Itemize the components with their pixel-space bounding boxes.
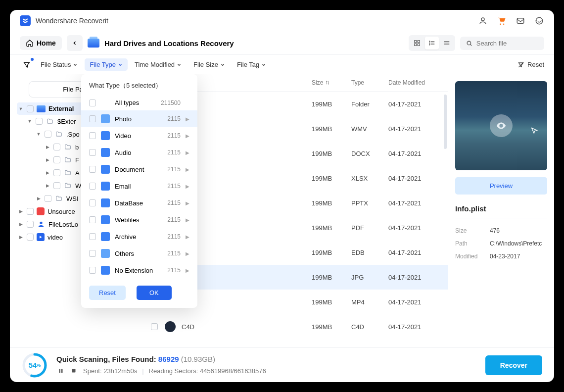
grid-view-button[interactable] bbox=[410, 37, 424, 49]
checkbox[interactable] bbox=[89, 166, 96, 173]
checkbox[interactable] bbox=[45, 131, 51, 138]
svg-point-13 bbox=[429, 43, 430, 43]
mail-icon[interactable] bbox=[516, 16, 525, 26]
checkbox[interactable] bbox=[45, 195, 51, 202]
type-option[interactable]: All types211500 bbox=[81, 95, 197, 110]
pause-button[interactable] bbox=[56, 366, 65, 375]
user-icon[interactable] bbox=[478, 16, 488, 26]
scrollbar[interactable] bbox=[444, 95, 447, 149]
checkbox[interactable] bbox=[27, 234, 34, 241]
checkbox[interactable] bbox=[89, 115, 96, 122]
type-option[interactable]: Webfiles2115▶ bbox=[81, 211, 197, 228]
checkbox[interactable] bbox=[36, 118, 43, 125]
type-option[interactable]: Document2115▶ bbox=[81, 161, 197, 178]
table-row[interactable]: C4D199MBC4D04-17-2021 bbox=[141, 314, 448, 339]
svg-point-1 bbox=[500, 23, 501, 24]
checkbox[interactable] bbox=[89, 149, 96, 156]
chevron-right-icon[interactable]: ▶ bbox=[45, 145, 50, 149]
search-input[interactable] bbox=[476, 40, 538, 47]
type-icon bbox=[101, 114, 110, 123]
type-option[interactable]: Video2115▶ bbox=[81, 127, 197, 144]
back-button[interactable] bbox=[67, 35, 83, 51]
chevron-right-icon[interactable]: ▶ bbox=[36, 196, 42, 201]
chevron-right-icon[interactable]: ▶ bbox=[45, 170, 50, 175]
col-type[interactable]: Type bbox=[351, 79, 388, 86]
warning-icon bbox=[37, 207, 45, 215]
chevron-down-icon[interactable]: ▼ bbox=[27, 119, 33, 124]
reset-filters-button[interactable]: Reset bbox=[517, 61, 544, 68]
preview-thumbnail[interactable] bbox=[455, 81, 547, 170]
col-date[interactable]: Date Modified bbox=[388, 79, 438, 86]
stop-button[interactable] bbox=[69, 366, 78, 375]
filter-file-size[interactable]: File Size bbox=[188, 58, 230, 71]
app-window: Wondershare Recoverit Home Hard Drives a… bbox=[10, 10, 554, 382]
checkbox[interactable] bbox=[27, 105, 34, 112]
type-label: Audio bbox=[115, 149, 162, 156]
footer: 54% Quick Scaning, Files Found: 86929 (1… bbox=[10, 347, 554, 382]
checkbox[interactable] bbox=[53, 156, 60, 163]
hdd-icon bbox=[37, 105, 46, 112]
type-option[interactable]: Archive2115▶ bbox=[81, 228, 197, 245]
checkbox[interactable] bbox=[53, 144, 60, 150]
chevron-down-icon[interactable]: ▼ bbox=[18, 106, 24, 111]
checkbox[interactable] bbox=[27, 208, 34, 215]
chevron-right-icon[interactable]: ▶ bbox=[18, 235, 24, 240]
home-button[interactable]: Home bbox=[20, 36, 62, 50]
type-label: DataBase bbox=[115, 199, 162, 207]
checkbox[interactable] bbox=[89, 132, 96, 139]
type-icon bbox=[101, 249, 110, 258]
filter-file-tag[interactable]: File Tag bbox=[232, 58, 271, 71]
checkbox[interactable] bbox=[151, 323, 158, 330]
preview-button[interactable]: Preview bbox=[455, 177, 547, 195]
recover-button[interactable]: Recover bbox=[485, 355, 542, 375]
file-type: WMV bbox=[351, 125, 388, 133]
chevron-down-icon[interactable]: ▼ bbox=[36, 132, 42, 137]
col-size[interactable]: Size bbox=[312, 79, 351, 86]
popup-reset-button[interactable]: Reset bbox=[89, 286, 126, 300]
type-option[interactable]: Photo2115▶ bbox=[81, 110, 197, 127]
file-date: 04-17-2021 bbox=[388, 323, 438, 331]
main: File Path ▼ External ▼ $Exter ▼ bbox=[10, 74, 554, 347]
chevron-right-icon[interactable]: ▶ bbox=[45, 157, 50, 162]
svg-rect-26 bbox=[72, 369, 76, 373]
cart-icon[interactable] bbox=[497, 16, 507, 26]
list-view-button[interactable] bbox=[425, 37, 439, 49]
search-box[interactable] bbox=[460, 37, 544, 50]
checkbox[interactable] bbox=[89, 199, 96, 206]
folder-icon bbox=[63, 156, 72, 164]
chevron-right-icon: ▶ bbox=[186, 217, 189, 223]
chevron-right-icon[interactable]: ▶ bbox=[18, 222, 24, 227]
checkbox[interactable] bbox=[89, 99, 96, 106]
popup-ok-button[interactable]: OK bbox=[137, 286, 172, 300]
file-date: 04-17-2021 bbox=[388, 199, 438, 207]
type-label: All types bbox=[115, 99, 156, 106]
filter-file-status[interactable]: File Status bbox=[36, 58, 83, 71]
filter-time-modified[interactable]: Time Modified bbox=[130, 58, 187, 71]
support-icon[interactable] bbox=[534, 16, 544, 26]
preview-filename: Info.plist bbox=[455, 204, 547, 218]
chevron-right-icon[interactable]: ▶ bbox=[45, 183, 50, 188]
location-title: Hard Drives and Locations Recovery bbox=[104, 39, 234, 48]
type-icon bbox=[101, 215, 110, 224]
checkbox[interactable] bbox=[53, 169, 60, 176]
chevron-right-icon: ▶ bbox=[186, 234, 189, 240]
checkbox[interactable] bbox=[27, 221, 34, 228]
chevron-right-icon[interactable]: ▶ bbox=[18, 209, 24, 214]
svg-point-18 bbox=[467, 41, 471, 45]
type-count: 2115 bbox=[167, 115, 181, 122]
checkbox[interactable] bbox=[89, 250, 96, 257]
checkbox[interactable] bbox=[89, 183, 96, 190]
type-option[interactable]: Audio2115▶ bbox=[81, 144, 197, 161]
filter-icon[interactable] bbox=[20, 58, 34, 72]
type-option[interactable]: No Extension2115▶ bbox=[81, 262, 197, 279]
type-option[interactable]: Others2115▶ bbox=[81, 245, 197, 262]
checkbox[interactable] bbox=[53, 182, 60, 189]
checkbox[interactable] bbox=[89, 216, 96, 223]
svg-rect-24 bbox=[59, 369, 61, 373]
type-option[interactable]: DataBase2115▶ bbox=[81, 195, 197, 211]
type-option[interactable]: Email2115▶ bbox=[81, 178, 197, 195]
compact-view-button[interactable] bbox=[440, 37, 454, 49]
checkbox[interactable] bbox=[89, 267, 96, 274]
filter-file-type[interactable]: File Type bbox=[85, 58, 128, 71]
checkbox[interactable] bbox=[89, 233, 96, 240]
